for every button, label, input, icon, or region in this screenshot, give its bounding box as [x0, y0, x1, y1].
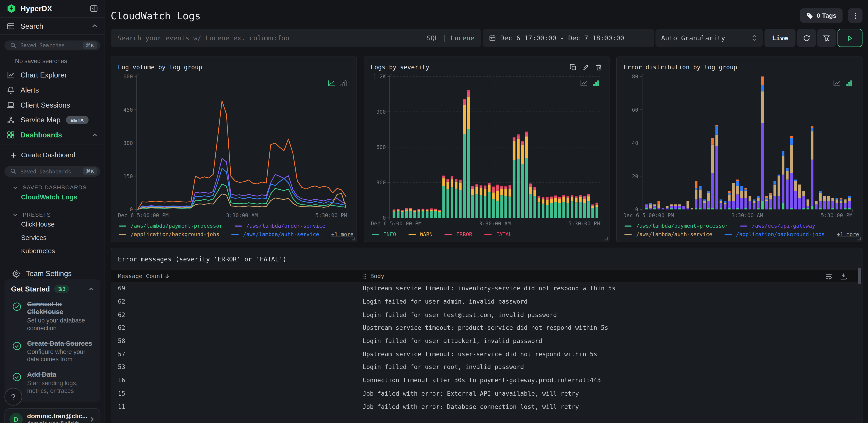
sidebar-item-label: Search — [21, 22, 91, 30]
table-row[interactable]: 53Login failed for user root, invalid pa… — [111, 361, 862, 374]
table-row[interactable]: 69Upstream service timeout: inventory-se… — [111, 282, 862, 295]
table-scrollbar[interactable] — [858, 267, 861, 284]
panel-title: Log volume by log group — [118, 63, 350, 70]
message-body-cell: Login failed for user attacker1, invalid… — [363, 338, 855, 345]
sidebar-item-chart-explorer[interactable]: Chart Explorer — [0, 68, 104, 83]
svg-text:3:30:00 AM: 3:30:00 AM — [732, 213, 763, 218]
saved-searches-input[interactable]: Saved Searches ⌘K — [4, 40, 100, 51]
panel-menu-button[interactable] — [848, 8, 862, 23]
section-label: SAVED DASHBOARDS — [23, 184, 87, 190]
legend-more-link[interactable]: +1 more — [837, 231, 859, 237]
chart-legend: INFOWARNERRORFATAL — [371, 227, 602, 238]
table-row[interactable]: 11Job failed with error: Database connec… — [111, 400, 862, 414]
legend-item: WARN — [408, 231, 433, 237]
mode-lucene[interactable]: Lucene — [451, 34, 474, 42]
saved-dashboards-input[interactable]: Saved Dashboards ⌘K — [4, 166, 100, 177]
saved-dashboards-placeholder: Saved Dashboards — [21, 168, 83, 175]
chart-legend: /aws/lambda/payment-processor/aws/ecs/ap… — [623, 219, 855, 238]
chevron-up-icon[interactable] — [91, 132, 98, 138]
sidebar-item-service-map[interactable]: Service Map BETA — [0, 113, 104, 128]
error-distribution-chart[interactable]: 020406080Dec 6 5:00:00 PM3:30:00 AM5:30:… — [623, 72, 855, 219]
dashboards-icon — [7, 131, 15, 139]
svg-text:450: 450 — [123, 107, 133, 113]
refresh-button[interactable] — [797, 29, 816, 47]
filter-button[interactable] — [817, 29, 836, 47]
table-row[interactable]: 58Login failed for user attacker1, inval… — [111, 335, 862, 348]
table-row[interactable]: 57Upstream service timeout: user-service… — [111, 347, 862, 361]
message-body-cell: Upstream service timeout: user-service d… — [363, 350, 855, 358]
resize-handle[interactable] — [857, 236, 861, 241]
table-row[interactable]: 62Login failed for user test@test.com, i… — [111, 308, 862, 321]
message-body-cell: Upstream service timeout: inventory-serv… — [363, 285, 855, 292]
shortcut-badge: ⌘K — [83, 41, 97, 49]
mode-sql[interactable]: SQL — [427, 34, 439, 42]
check-circle-icon — [12, 302, 22, 332]
granularity-select[interactable]: Auto Granularity — [656, 29, 763, 47]
sidebar-item-team-settings[interactable]: Team Settings — [0, 267, 104, 279]
check-circle-icon — [12, 341, 22, 363]
chevron-up-icon[interactable] — [91, 23, 98, 29]
column-header-message-count[interactable]: Message Count — [118, 273, 363, 279]
log-volume-chart[interactable]: 0150300450600Dec 6 5:00:00 PM3:30:00 AM5… — [118, 72, 350, 219]
chevron-up-icon[interactable] — [88, 286, 95, 292]
event-search-placeholder: Search your events w/ Lucene ex. column:… — [117, 34, 427, 42]
line-view-icon[interactable] — [328, 80, 335, 87]
column-header-body[interactable]: Body — [363, 273, 825, 279]
table-body: 69Upstream service timeout: inventory-se… — [111, 282, 862, 413]
message-count-cell: 69 — [118, 285, 363, 292]
resize-handle[interactable] — [604, 236, 608, 241]
get-started-item[interactable]: Create Data SourcesConfigure where your … — [11, 339, 95, 364]
svg-text:60: 60 — [632, 107, 639, 113]
duplicate-icon[interactable] — [570, 63, 577, 70]
line-view-icon[interactable] — [833, 80, 841, 87]
resize-handle[interactable] — [351, 236, 355, 241]
download-icon[interactable] — [840, 272, 847, 280]
question-mark-icon: ? — [11, 392, 16, 401]
sidebar-item-dashboards[interactable]: Dashboards — [0, 128, 104, 142]
tags-button[interactable]: 0 Tags — [800, 8, 842, 23]
mode-divider: | — [442, 34, 446, 42]
event-search-input[interactable]: Search your events w/ Lucene ex. column:… — [111, 29, 481, 47]
wrap-text-icon[interactable] — [825, 272, 833, 280]
sidebar-item-search[interactable]: Search — [0, 18, 104, 35]
section-saved-dashboards[interactable]: SAVED DASHBOARDS — [12, 184, 104, 190]
get-started-card: Get Started 3/3 Connect to ClickHouseSet… — [4, 279, 100, 401]
create-dashboard-button[interactable]: Create Dashboard — [0, 150, 104, 161]
run-query-button[interactable] — [837, 29, 862, 47]
sidebar-collapse-icon[interactable] — [90, 5, 98, 13]
granularity-value: Auto Granularity — [661, 34, 751, 42]
select-chevrons-icon — [751, 34, 757, 42]
delete-icon[interactable] — [595, 63, 602, 70]
sidebar-item-cloudwatch-logs[interactable]: CloudWatch Logs — [0, 190, 104, 203]
user-menu[interactable]: D dominic.tran@clic... dominic.tran@clic… — [4, 408, 100, 423]
help-button[interactable]: ? — [4, 388, 22, 406]
bar-view-icon[interactable] — [340, 80, 347, 87]
drag-handle-icon[interactable] — [363, 273, 367, 279]
panel-error-distribution: Error distribution by log group 02040608… — [616, 57, 863, 242]
table-row[interactable]: 15Job failed with error: External API un… — [111, 387, 862, 400]
message-count-cell: 58 — [118, 338, 363, 345]
bar-view-icon[interactable] — [592, 80, 600, 87]
legend-more-link[interactable]: +1 more — [331, 231, 353, 237]
sidebar-item-alerts[interactable]: Alerts — [0, 83, 104, 98]
table-row[interactable]: 62Login failed for user admin, invalid p… — [111, 295, 862, 308]
get-started-item[interactable]: Add DataStart sending logs, metrics, or … — [11, 371, 95, 395]
section-presets[interactable]: PRESETS — [12, 212, 104, 218]
sidebar-item-clickhouse[interactable]: ClickHouse — [0, 218, 104, 231]
chart-canvas: 020406080Dec 6 5:00:00 PM3:30:00 AM5:30:… — [623, 72, 856, 219]
time-range-value: Dec 6 17:00:00 - Dec 7 18:00:00 — [500, 34, 624, 42]
table-row[interactable]: 16Connection timeout after 30s to paymen… — [111, 374, 862, 387]
sidebar-item-services[interactable]: Services — [0, 231, 104, 244]
table-row[interactable]: 62Upstream service timeout: product-serv… — [111, 321, 862, 335]
kebab-menu-icon — [851, 12, 859, 19]
logs-by-severity-chart[interactable]: 03006009001.2KDec 6 5:00:00 PM3:30:00 AM… — [371, 72, 602, 227]
sidebar-item-kubernetes[interactable]: Kubernetes — [0, 244, 104, 257]
edit-icon[interactable] — [583, 63, 590, 70]
time-range-picker[interactable]: Dec 6 17:00:00 - Dec 7 18:00:00 — [483, 29, 654, 47]
live-button[interactable]: Live — [765, 29, 795, 47]
bar-view-icon[interactable] — [845, 80, 853, 87]
tag-icon — [806, 12, 813, 19]
sidebar-item-client-sessions[interactable]: Client Sessions — [0, 97, 104, 113]
line-view-icon[interactable] — [581, 80, 588, 87]
get-started-item[interactable]: Connect to ClickHouseSet up your databas… — [11, 301, 95, 332]
